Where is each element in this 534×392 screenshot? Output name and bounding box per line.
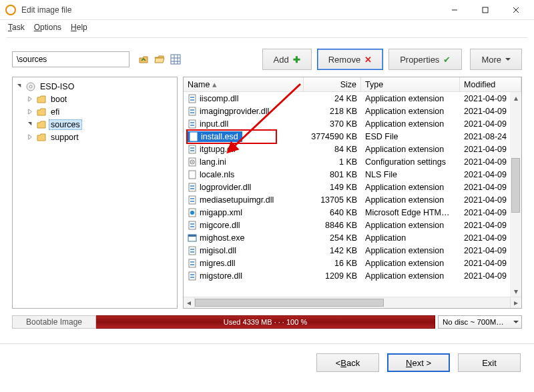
properties-label: Properties (400, 55, 439, 65)
tree-root[interactable]: ESD-ISO (14, 80, 176, 93)
maximize-button[interactable] (470, 0, 501, 20)
svg-rect-36 (189, 221, 196, 229)
col-name[interactable]: Name▴ (184, 77, 304, 91)
file-icon (188, 183, 197, 192)
file-icon (188, 157, 197, 167)
svg-rect-31 (189, 196, 196, 204)
folder-open-icon[interactable] (154, 53, 166, 65)
path-input[interactable]: \sources (12, 51, 129, 67)
up-folder-icon[interactable] (138, 53, 150, 65)
tree-item-efi[interactable]: efi (14, 105, 176, 118)
file-type: Configuration settings (361, 157, 460, 167)
file-row[interactable]: install.esd3774590 KBESD File2021-08-24 … (184, 130, 521, 143)
title-bar: Edit image file (0, 0, 534, 20)
file-row[interactable]: migisol.dll142 KBApplication extension20… (184, 244, 521, 257)
col-size[interactable]: Size (304, 77, 361, 91)
scroll-down-icon[interactable]: ▾ (510, 285, 521, 297)
expand-icon[interactable] (26, 108, 34, 116)
menu-task[interactable]: Task (4, 21, 29, 33)
add-label: Add (274, 55, 289, 65)
disc-icon (26, 82, 35, 91)
file-type: Application extension (361, 145, 460, 154)
scroll-left-icon[interactable]: ◂ (184, 297, 195, 308)
exit-button[interactable]: Exit (458, 353, 521, 372)
remove-button[interactable]: Remove ✕ (317, 49, 383, 70)
svg-rect-22 (190, 147, 194, 149)
grid-view-icon[interactable] (170, 53, 182, 65)
chevron-down-icon (505, 58, 511, 63)
svg-point-35 (190, 211, 194, 215)
close-button[interactable] (501, 0, 531, 20)
menu-options[interactable]: Options (30, 21, 65, 33)
check-icon: ✔ (443, 55, 451, 65)
file-list: Name▴ Size Type Modified iiscomp.dll24 K… (183, 77, 522, 309)
usage-bar: Used 4339 MB · · · 100 % (96, 315, 435, 329)
file-row[interactable]: input.dll370 KBApplication extension2021… (184, 117, 521, 130)
file-row[interactable]: iiscomp.dll24 KBApplication extension202… (184, 92, 521, 105)
file-row[interactable]: imagingprovider.dll218 KBApplication ext… (184, 105, 521, 117)
file-icon (188, 107, 197, 116)
back-button[interactable]: < Back (316, 353, 379, 372)
file-icon (188, 259, 197, 268)
file-name: mighost.exe (184, 233, 304, 243)
properties-button[interactable]: Properties ✔ (388, 49, 462, 70)
svg-rect-1 (483, 7, 488, 13)
footer: < Back Next > Exit (0, 344, 534, 381)
file-size: 84 KB (304, 145, 361, 154)
path-toolbar (138, 53, 182, 65)
tree-item-sources[interactable]: sources (14, 118, 176, 131)
file-row[interactable]: migapp.xml640 KBMicrosoft Edge HTM…2021-… (184, 206, 521, 219)
tree-item-support[interactable]: support (14, 131, 176, 143)
col-modified[interactable]: Modified (460, 77, 521, 91)
chevron-down-icon (513, 321, 519, 326)
expand-icon[interactable] (26, 133, 34, 141)
file-type: Application extension (361, 221, 460, 230)
horizontal-scrollbar[interactable]: ◂ ▸ (184, 297, 521, 308)
file-list-body[interactable]: iiscomp.dll24 KBApplication extension202… (184, 92, 521, 297)
tree-item-boot[interactable]: boot (14, 93, 176, 105)
hscroll-thumb[interactable] (195, 299, 384, 307)
file-row[interactable]: locale.nls801 KBNLS File2021-04-09 … (184, 168, 521, 181)
scroll-right-icon[interactable]: ▸ (510, 297, 521, 308)
folder-icon (37, 108, 46, 116)
svg-rect-4 (171, 55, 180, 64)
path-text: \sources (17, 55, 47, 64)
collapse-icon[interactable] (15, 83, 23, 91)
minimize-button[interactable] (439, 0, 470, 20)
file-type: NLS File (361, 170, 460, 179)
file-icon (188, 233, 197, 243)
scroll-up-icon[interactable]: ▴ (510, 92, 521, 103)
file-row[interactable]: migstore.dll1209 KBApplication extension… (184, 269, 521, 282)
file-row[interactable]: mediasetupuimgr.dll13705 KBApplication e… (184, 193, 521, 206)
disc-size-select[interactable]: No disc ~ 700M… (438, 315, 522, 329)
svg-rect-43 (190, 251, 194, 253)
folder-tree[interactable]: ESD-ISO bootefisourcessupport (12, 77, 178, 309)
expand-icon[interactable] (26, 95, 34, 103)
file-type: Application extension (361, 195, 460, 205)
file-icon (188, 221, 197, 230)
file-type: Application extension (361, 94, 460, 103)
file-size: 254 KB (304, 233, 361, 243)
scroll-thumb[interactable] (511, 158, 520, 213)
more-button[interactable]: More (470, 49, 522, 70)
file-row[interactable]: migcore.dll8846 KBApplication extension2… (184, 219, 521, 231)
expand-icon[interactable] (26, 121, 34, 129)
file-row[interactable]: logprovider.dll149 KBApplication extensi… (184, 181, 521, 193)
col-type[interactable]: Type (361, 77, 460, 91)
file-row[interactable]: migres.dll16 KBApplication extension2021… (184, 257, 521, 269)
file-size: 370 KB (304, 119, 361, 129)
file-row[interactable]: mighost.exe254 KBApplication2021-04-09 … (184, 231, 521, 244)
file-row[interactable]: lang.ini1 KBConfiguration settings2021-0… (184, 155, 521, 168)
next-button[interactable]: Next > (387, 353, 450, 372)
svg-rect-29 (190, 185, 194, 187)
menu-help[interactable]: Help (67, 21, 91, 33)
file-size: 8846 KB (304, 221, 361, 230)
svg-rect-19 (190, 125, 194, 126)
window-title: Edit image file (21, 5, 439, 15)
file-row[interactable]: itgtupg.dll84 KBApplication extension202… (184, 143, 521, 155)
svg-rect-44 (189, 259, 196, 267)
add-button[interactable]: Add ✚ (262, 49, 312, 70)
vertical-scrollbar[interactable]: ▴ ▾ (510, 92, 521, 297)
plus-icon: ✚ (293, 55, 300, 65)
file-icon (188, 208, 197, 217)
